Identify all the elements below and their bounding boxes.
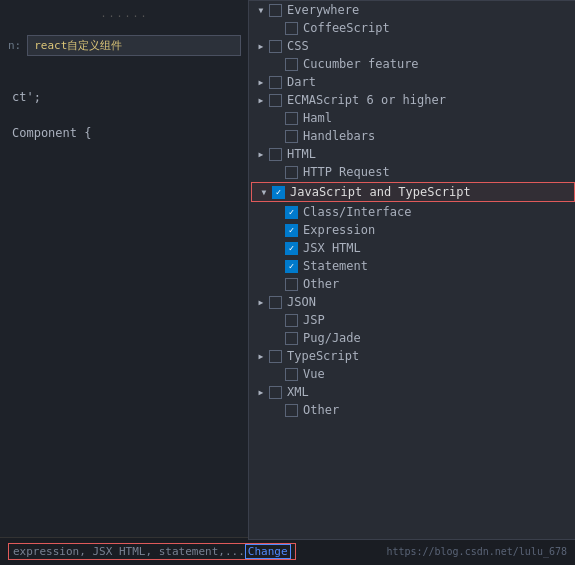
item-label: Vue xyxy=(303,367,325,381)
editor-input-row: n: react自定义组件 xyxy=(0,31,249,60)
checkbox[interactable] xyxy=(269,40,282,53)
dropdown-overlay[interactable]: ▼EverywhereCoffeeScript▶CSSCucumber feat… xyxy=(248,0,575,540)
checkbox[interactable] xyxy=(285,332,298,345)
tree-item[interactable]: Other xyxy=(249,401,575,419)
item-label: Class/Interface xyxy=(303,205,411,219)
code-line-3: Component { xyxy=(12,124,237,142)
checkbox[interactable]: ✓ xyxy=(285,206,298,219)
expand-arrow[interactable]: ▼ xyxy=(258,188,270,197)
item-label: JSP xyxy=(303,313,325,327)
item-label: Everywhere xyxy=(287,3,359,17)
item-label: JavaScript and TypeScript xyxy=(290,185,471,199)
bottom-left: expression, JSX HTML, statement,...Chang… xyxy=(8,543,296,560)
expand-arrow[interactable]: ▶ xyxy=(255,78,267,87)
tree-item[interactable]: HTTP Request xyxy=(249,163,575,181)
code-line-2 xyxy=(12,106,237,124)
item-label: Dart xyxy=(287,75,316,89)
checkbox[interactable] xyxy=(269,386,282,399)
bottom-bar: expression, JSX HTML, statement,...Chang… xyxy=(0,537,575,565)
code-area: ct'; Component { xyxy=(0,80,249,150)
tree-item[interactable]: ▶TypeScript xyxy=(249,347,575,365)
checkbox[interactable] xyxy=(285,22,298,35)
item-label: XML xyxy=(287,385,309,399)
editor-input-box[interactable]: react自定义组件 xyxy=(27,35,241,56)
tree-item[interactable]: ▶JSON xyxy=(249,293,575,311)
item-label: Other xyxy=(303,403,339,417)
tree-item[interactable]: ▶ECMAScript 6 or higher xyxy=(249,91,575,109)
checkbox[interactable] xyxy=(269,94,282,107)
item-label: Haml xyxy=(303,111,332,125)
checkbox[interactable] xyxy=(285,112,298,125)
tree-item[interactable]: ▶XML xyxy=(249,383,575,401)
item-label: CSS xyxy=(287,39,309,53)
checkbox[interactable] xyxy=(269,148,282,161)
checkbox[interactable] xyxy=(269,296,282,309)
item-label: Cucumber feature xyxy=(303,57,419,71)
item-label: HTTP Request xyxy=(303,165,390,179)
editor-n-label: n: xyxy=(8,39,21,52)
tree-item[interactable]: Pug/Jade xyxy=(249,329,575,347)
checkbox[interactable] xyxy=(285,404,298,417)
tree-item[interactable]: ▼Everywhere xyxy=(249,1,575,19)
item-label: Handlebars xyxy=(303,129,375,143)
expand-arrow[interactable]: ▶ xyxy=(255,96,267,105)
checkbox[interactable] xyxy=(269,350,282,363)
tree-item[interactable]: Handlebars xyxy=(249,127,575,145)
item-label: HTML xyxy=(287,147,316,161)
expand-arrow[interactable]: ▶ xyxy=(255,150,267,159)
item-label: Expression xyxy=(303,223,375,237)
expand-arrow[interactable]: ▼ xyxy=(255,6,267,15)
checkbox[interactable] xyxy=(285,368,298,381)
item-label: CoffeeScript xyxy=(303,21,390,35)
change-link[interactable]: Change xyxy=(245,544,291,559)
editor-panel: ...... n: react自定义组件 ct'; Component { xyxy=(0,0,250,565)
checkbox[interactable] xyxy=(269,4,282,17)
item-label: TypeScript xyxy=(287,349,359,363)
item-label: Pug/Jade xyxy=(303,331,361,345)
tree-item[interactable]: ✓Expression xyxy=(249,221,575,239)
expand-arrow[interactable]: ▶ xyxy=(255,352,267,361)
checkbox[interactable] xyxy=(285,58,298,71)
tree-item[interactable]: Other xyxy=(249,275,575,293)
item-label: ECMAScript 6 or higher xyxy=(287,93,446,107)
bottom-expression-text: expression, JSX HTML, statement,...Chang… xyxy=(8,543,296,560)
expand-arrow[interactable]: ▶ xyxy=(255,42,267,51)
checkbox[interactable] xyxy=(269,76,282,89)
checkbox[interactable] xyxy=(285,314,298,327)
tree-item[interactable]: ▼✓JavaScript and TypeScript xyxy=(251,182,575,202)
tree-item[interactable]: ▶Dart xyxy=(249,73,575,91)
checkbox[interactable] xyxy=(285,130,298,143)
item-label: Statement xyxy=(303,259,368,273)
tree-item[interactable]: CoffeeScript xyxy=(249,19,575,37)
editor-dots: ...... xyxy=(0,0,249,27)
checkbox[interactable] xyxy=(285,278,298,291)
checkbox[interactable]: ✓ xyxy=(285,224,298,237)
tree-item[interactable]: ✓JSX HTML xyxy=(249,239,575,257)
expand-arrow[interactable]: ▶ xyxy=(255,388,267,397)
tree-item[interactable]: Vue xyxy=(249,365,575,383)
tree-item[interactable]: JSP xyxy=(249,311,575,329)
checkbox[interactable]: ✓ xyxy=(285,242,298,255)
tree-item[interactable]: Haml xyxy=(249,109,575,127)
item-label: JSX HTML xyxy=(303,241,361,255)
checkbox[interactable]: ✓ xyxy=(285,260,298,273)
tree-item[interactable]: Cucumber feature xyxy=(249,55,575,73)
checkbox[interactable] xyxy=(285,166,298,179)
bottom-url: https://blog.csdn.net/lulu_678 xyxy=(386,546,567,557)
tree-item[interactable]: ✓Statement xyxy=(249,257,575,275)
checkbox[interactable]: ✓ xyxy=(272,186,285,199)
tree-item[interactable]: ▶CSS xyxy=(249,37,575,55)
tree-item[interactable]: ▶HTML xyxy=(249,145,575,163)
tree-item[interactable]: ✓Class/Interface xyxy=(249,203,575,221)
item-label: Other xyxy=(303,277,339,291)
item-label: JSON xyxy=(287,295,316,309)
expand-arrow[interactable]: ▶ xyxy=(255,298,267,307)
code-line-1: ct'; xyxy=(12,88,237,106)
